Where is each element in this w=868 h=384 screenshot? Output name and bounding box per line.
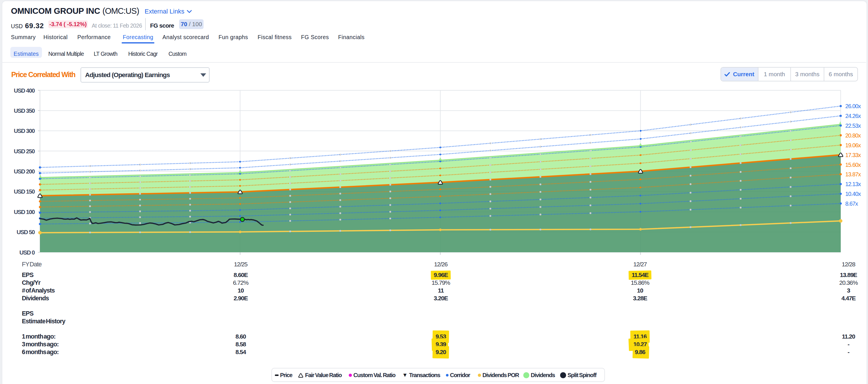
- svg-text:13.87x: 13.87x: [845, 171, 861, 177]
- svg-text:USD 250: USD 250: [14, 148, 35, 154]
- svg-text:24.26x: 24.26x: [845, 113, 861, 119]
- svg-text:10.40x: 10.40x: [845, 191, 861, 197]
- svg-text:8.67x: 8.67x: [845, 201, 858, 207]
- svg-text:USD 50: USD 50: [17, 229, 35, 235]
- svg-text:USD 150: USD 150: [14, 188, 35, 195]
- svg-text:12.13x: 12.13x: [845, 181, 861, 187]
- svg-text:USD 350: USD 350: [14, 107, 35, 114]
- svg-text:22.53x: 22.53x: [845, 122, 861, 129]
- svg-text:15.60x: 15.60x: [845, 161, 861, 168]
- svg-text:USD 400: USD 400: [14, 87, 35, 94]
- svg-text:17.33x: 17.33x: [845, 152, 861, 158]
- svg-text:USD 0: USD 0: [20, 249, 35, 256]
- svg-text:USD 200: USD 200: [14, 168, 35, 175]
- svg-text:26.00x: 26.00x: [845, 103, 861, 109]
- svg-text:USD 100: USD 100: [14, 209, 35, 215]
- svg-text:19.06x: 19.06x: [845, 142, 861, 148]
- svg-text:20.80x: 20.80x: [845, 132, 861, 139]
- svg-text:USD 300: USD 300: [14, 127, 35, 134]
